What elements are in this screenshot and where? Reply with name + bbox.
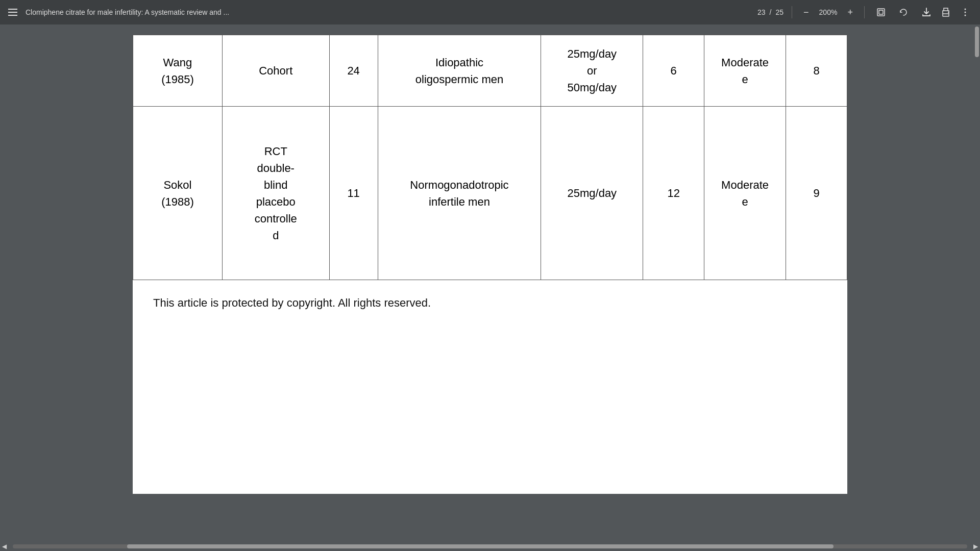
cell-duration-2: 12	[643, 107, 704, 280]
menu-icon[interactable]	[6, 7, 19, 18]
data-table: Wang(1985) Cohort 24 Idiopathicoligosper…	[133, 35, 847, 280]
cell-duration-1: 6	[643, 35, 704, 107]
print-icon	[940, 7, 951, 18]
cell-quality-2: Moderatee	[704, 107, 786, 280]
svg-rect-1	[879, 10, 883, 14]
cell-score-2: 9	[786, 107, 847, 280]
horizontal-scrollbar-thumb[interactable]	[127, 544, 834, 548]
horizontal-scrollbar-container: ◀ ▶	[0, 542, 980, 551]
pdf-viewer: Wang(1985) Cohort 24 Idiopathicoligosper…	[0, 24, 980, 542]
cell-population-2: Normogonadotropicinfertile men	[378, 107, 541, 280]
download-button[interactable]	[918, 5, 935, 20]
cell-score-1: 8	[786, 35, 847, 107]
page-content: Wang(1985) Cohort 24 Idiopathicoligosper…	[133, 35, 847, 494]
fit-page-button[interactable]	[873, 5, 889, 19]
document-title: Clomiphene citrate for male infertility:…	[26, 8, 751, 16]
cell-dose-1: 25mg/dayor50mg/day	[541, 35, 643, 107]
svg-point-3	[948, 12, 949, 13]
svg-rect-2	[943, 14, 949, 16]
copyright-text: This article is protected by copyright. …	[133, 280, 847, 326]
zoom-increase-button[interactable]: +	[844, 5, 856, 20]
cell-author-1: Wang(1985)	[133, 35, 223, 107]
toolbar-right	[918, 5, 974, 20]
page-controls: 23 / 25	[757, 8, 783, 16]
scroll-left-arrow[interactable]: ◀	[0, 543, 9, 550]
more-options-icon	[960, 7, 971, 18]
cell-n-1: 24	[329, 35, 378, 107]
cell-population-1: Idiopathicoligospermic men	[378, 35, 541, 107]
page-total: 25	[775, 8, 783, 16]
horizontal-scrollbar-track[interactable]	[13, 544, 967, 548]
svg-point-5	[965, 12, 966, 13]
page-separator: /	[770, 8, 772, 16]
divider-2	[864, 6, 865, 18]
svg-point-4	[965, 9, 966, 10]
svg-point-6	[965, 15, 966, 16]
svg-rect-0	[877, 9, 885, 16]
toolbar: Clomiphene citrate for male infertility:…	[0, 0, 980, 24]
vertical-scrollbar[interactable]	[974, 24, 980, 536]
table-row: Wang(1985) Cohort 24 Idiopathicoligosper…	[133, 35, 847, 107]
table-row: Sokol(1988) RCTdouble-blindplacebocontro…	[133, 107, 847, 280]
cell-author-2: Sokol(1988)	[133, 107, 223, 280]
rotate-button[interactable]	[895, 5, 912, 19]
vertical-scrollbar-thumb[interactable]	[975, 27, 979, 57]
download-icon	[921, 7, 932, 18]
cell-study-type-1: Cohort	[222, 35, 329, 107]
cell-dose-2: 25mg/day	[541, 107, 643, 280]
cell-n-2: 11	[329, 107, 378, 280]
zoom-decrease-button[interactable]: −	[800, 5, 812, 20]
print-button[interactable]	[937, 5, 954, 20]
page-current[interactable]: 23	[757, 8, 766, 16]
rotate-icon	[898, 7, 909, 17]
divider-1	[792, 6, 792, 18]
cell-quality-1: Moderatee	[704, 35, 786, 107]
cell-study-type-2: RCTdouble-blindplacebocontrolled	[222, 107, 329, 280]
more-options-button[interactable]	[957, 5, 974, 20]
zoom-value: 200%	[818, 8, 838, 16]
scroll-right-arrow[interactable]: ▶	[971, 543, 980, 550]
fit-page-icon	[876, 7, 886, 17]
